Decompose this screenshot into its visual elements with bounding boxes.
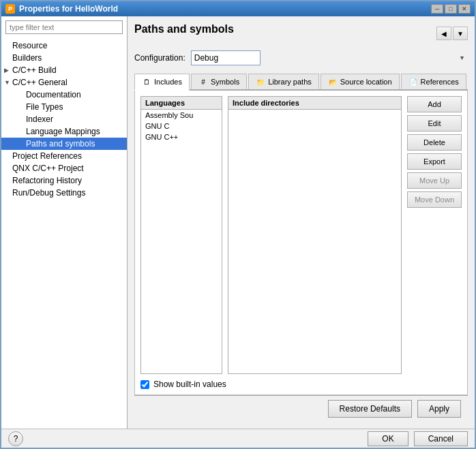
- left-panel: Resource Builders ▶ C/C++ Build ▼ C/C++ …: [1, 16, 128, 429]
- tree-container: Resource Builders ▶ C/C++ Build ▼ C/C++ …: [1, 38, 127, 429]
- titlebar-buttons: ─ □ ✕: [431, 4, 471, 14]
- window: P Properties for HelloWorld ─ □ ✕ Resour…: [0, 0, 476, 449]
- right-panel: Paths and symbols ◀ ▼ Configuration: Deb…: [128, 16, 475, 429]
- titlebar-left: P Properties for HelloWorld: [5, 4, 118, 14]
- export-button[interactable]: Export: [407, 153, 462, 170]
- tree-item-indexer[interactable]: Indexer: [1, 113, 127, 125]
- footer-bar: ? OK Cancel: [1, 429, 475, 448]
- tree-label-qnx-cpp-project: QNX C/C++ Project: [12, 164, 84, 173]
- action-buttons: Add Edit Delete Export Move Up Move Down: [407, 96, 462, 374]
- config-select-wrapper: Debug Release All configurations: [191, 50, 468, 65]
- language-gnu-cpp-label: GNU C++: [145, 133, 178, 141]
- tab-content: Languages Assembly Sou GNU C GNU C++: [134, 91, 468, 395]
- add-button[interactable]: Add: [407, 96, 462, 112]
- library-tab-icon: 📁: [256, 77, 265, 87]
- titlebar: P Properties for HelloWorld ─ □ ✕: [1, 1, 475, 16]
- tree-item-paths-and-symbols[interactable]: Paths and symbols: [1, 138, 127, 150]
- move-up-button[interactable]: Move Up: [407, 172, 462, 189]
- tree-label-indexer: Indexer: [26, 114, 53, 124]
- show-builtin-checkbox[interactable]: [140, 380, 149, 389]
- includes-body: [228, 110, 401, 373]
- tab-source-location-label: Source location: [340, 78, 392, 86]
- ok-button[interactable]: OK: [368, 431, 408, 446]
- tree-label-builders: Builders: [12, 53, 42, 63]
- expand-icon-cpp-general: ▼: [4, 79, 11, 86]
- language-assembly-label: Assembly Sou: [145, 111, 193, 119]
- tab-symbols[interactable]: # Symbols: [191, 74, 247, 89]
- languages-body: Assembly Sou GNU C GNU C++: [141, 110, 222, 373]
- includes-tab-icon: 🗒: [142, 77, 151, 87]
- bottom-right: Restore Defaults Apply: [328, 400, 461, 418]
- tab-library-paths-label: Library paths: [268, 78, 312, 86]
- tab-includes[interactable]: 🗒 Includes: [134, 74, 190, 91]
- main-content: Resource Builders ▶ C/C++ Build ▼ C/C++ …: [1, 16, 475, 429]
- tree-item-file-types[interactable]: File Types: [1, 101, 127, 113]
- panel-title: Paths and symbols: [134, 23, 234, 35]
- checkbox-row: Show built-in values: [140, 380, 462, 389]
- tree-label-project-references: Project References: [12, 151, 82, 161]
- tree-label-documentation: Documentation: [26, 90, 81, 99]
- includes-header: Include directories: [228, 97, 401, 110]
- panel-header: Paths and symbols ◀ ▼: [134, 23, 468, 44]
- languages-header: Languages: [141, 97, 222, 110]
- minimize-button[interactable]: ─: [431, 4, 443, 14]
- tree-item-run-debug-settings[interactable]: Run/Debug Settings: [1, 187, 127, 199]
- tree-item-refactoring-history[interactable]: Refactoring History: [1, 174, 127, 187]
- tab-references-label: References: [421, 78, 459, 86]
- tree-item-cpp-build[interactable]: ▶ C/C++ Build: [1, 64, 127, 76]
- language-gnu-c-label: GNU C: [145, 122, 169, 130]
- tree-item-builders[interactable]: Builders: [1, 52, 127, 64]
- help-button[interactable]: ?: [8, 431, 23, 446]
- tree-item-project-references[interactable]: Project References: [1, 150, 127, 162]
- table-row-assembly[interactable]: Assembly Sou: [141, 110, 222, 121]
- restore-defaults-button[interactable]: Restore Defaults: [328, 400, 412, 418]
- back-button[interactable]: ◀: [436, 27, 451, 40]
- close-button[interactable]: ✕: [458, 4, 471, 14]
- tree-label-file-types: File Types: [26, 102, 63, 112]
- tab-symbols-label: Symbols: [211, 78, 239, 86]
- languages-table: Languages Assembly Sou GNU C GNU C++: [140, 96, 222, 374]
- table-row-gnu-c[interactable]: GNU C: [141, 121, 222, 131]
- tree-item-documentation[interactable]: Documentation: [1, 89, 127, 101]
- tab-includes-label: Includes: [154, 78, 182, 86]
- includes-table: Include directories: [228, 96, 402, 374]
- expand-icon-cpp-build: ▶: [4, 67, 11, 74]
- apply-button[interactable]: Apply: [417, 400, 461, 418]
- tree-label-cpp-build: C/C++ Build: [12, 65, 57, 75]
- tab-source-location[interactable]: 📂 Source location: [321, 74, 400, 89]
- cancel-button[interactable]: Cancel: [414, 431, 468, 446]
- filter-input[interactable]: [5, 20, 123, 34]
- forward-button[interactable]: ▼: [453, 27, 468, 40]
- bottom-bar: Restore Defaults Apply: [134, 395, 468, 422]
- maximize-button[interactable]: □: [445, 4, 457, 14]
- symbols-tab-icon: #: [198, 77, 208, 87]
- references-tab-icon: 📄: [408, 77, 418, 87]
- tab-library-paths[interactable]: 📁 Library paths: [248, 74, 319, 89]
- tree-label-language-mappings: Language Mappings: [26, 127, 100, 136]
- tree-label-run-debug-settings: Run/Debug Settings: [12, 188, 85, 198]
- delete-button[interactable]: Delete: [407, 134, 462, 151]
- tree-item-cpp-general[interactable]: ▼ C/C++ General: [1, 76, 127, 89]
- content-area: Languages Assembly Sou GNU C GNU C++: [140, 96, 462, 374]
- move-down-button[interactable]: Move Down: [407, 191, 462, 208]
- tree-label-cpp-general: C/C++ General: [12, 78, 68, 87]
- tree-label-paths-and-symbols: Paths and symbols: [26, 139, 95, 149]
- tabs-container: 🗒 Includes # Symbols 📁 Library paths 📂 S…: [134, 74, 468, 91]
- show-builtin-label: Show built-in values: [153, 380, 226, 389]
- config-label: Configuration:: [134, 53, 185, 63]
- nav-arrows: ◀ ▼: [436, 27, 468, 40]
- config-select[interactable]: Debug Release All configurations: [191, 50, 261, 65]
- window-title: Properties for HelloWorld: [19, 4, 118, 14]
- tree-label-refactoring-history: Refactoring History: [12, 176, 82, 185]
- tab-references[interactable]: 📄 References: [401, 74, 466, 89]
- source-tab-icon: 📂: [328, 77, 338, 87]
- tree-item-qnx-cpp-project[interactable]: QNX C/C++ Project: [1, 162, 127, 174]
- table-row-gnu-cpp[interactable]: GNU C++: [141, 131, 222, 142]
- tree-item-language-mappings[interactable]: Language Mappings: [1, 125, 127, 138]
- tree-item-resource[interactable]: Resource: [1, 40, 127, 52]
- tree-label-resource: Resource: [12, 41, 47, 50]
- window-icon: P: [5, 4, 15, 14]
- edit-button[interactable]: Edit: [407, 115, 462, 131]
- config-row: Configuration: Debug Release All configu…: [134, 50, 468, 65]
